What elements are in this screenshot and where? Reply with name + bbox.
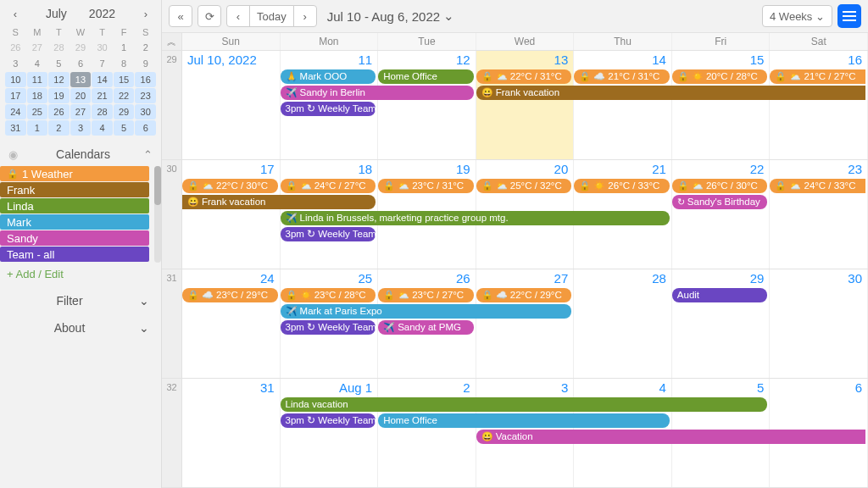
mini-day[interactable]: 28: [48, 40, 70, 55]
calendar-event[interactable]: 😀Frank vacation: [476, 86, 865, 100]
mini-day[interactable]: 30: [92, 40, 113, 55]
mini-day[interactable]: 6: [70, 56, 92, 71]
mini-day[interactable]: 26: [48, 104, 70, 119]
day-number[interactable]: 21: [652, 162, 666, 176]
refresh-button[interactable]: ⟳: [198, 5, 221, 27]
calendar-event[interactable]: 3pm ↻ Weekly Team: [281, 227, 376, 241]
day-number[interactable]: 2: [463, 380, 470, 395]
calendar-event[interactable]: 😀Vacation: [476, 430, 865, 444]
calendar-event[interactable]: Linda vacation: [281, 397, 768, 412]
calendar-event[interactable]: 3pm ↻ Weekly Team: [281, 413, 376, 428]
mini-day[interactable]: 1: [114, 40, 135, 55]
hamburger-menu-button[interactable]: [837, 4, 861, 28]
calendar-item[interactable]: Team - all: [0, 247, 149, 262]
date-range-picker[interactable]: Jul 10 - Aug 6, 2022 ⌄: [322, 8, 454, 24]
mini-day[interactable]: 29: [70, 40, 92, 55]
calendar-event[interactable]: 🔒 ⛅26°C / 30°C: [672, 179, 768, 193]
mini-day[interactable]: 26: [5, 40, 26, 55]
day-number[interactable]: 17: [260, 162, 275, 176]
mini-day[interactable]: 19: [48, 88, 70, 103]
mini-day[interactable]: 5: [48, 56, 70, 71]
mini-day[interactable]: 7: [92, 56, 113, 71]
filter-section[interactable]: Filter ⌄: [0, 286, 161, 313]
visibility-icon[interactable]: ◉: [8, 148, 23, 161]
mini-day[interactable]: 20: [70, 88, 92, 103]
calendar-event[interactable]: 3pm ↻ Weekly Team: [281, 320, 376, 335]
calendar-item[interactable]: Frank: [0, 182, 149, 197]
about-section[interactable]: About ⌄: [0, 313, 161, 340]
mini-day[interactable]: 15: [114, 72, 135, 87]
day-number[interactable]: 12: [456, 53, 470, 67]
day-number[interactable]: 30: [848, 271, 862, 286]
mini-day[interactable]: 25: [27, 104, 48, 119]
mini-day[interactable]: 22: [114, 88, 135, 103]
calendar-event[interactable]: ↻Sandy's Birthday: [672, 195, 768, 209]
collapse-weeks-button[interactable]: ︽: [162, 33, 182, 50]
day-number[interactable]: 11: [358, 53, 372, 67]
mini-day[interactable]: 31: [5, 120, 26, 136]
mini-day[interactable]: 11: [27, 72, 48, 87]
calendar-event[interactable]: 🔒 ⛅23°C / 31°C: [378, 179, 474, 193]
calendar-event[interactable]: ✈️Mark at Paris Expo: [281, 304, 572, 319]
mini-prev-month[interactable]: ‹: [7, 5, 24, 22]
calendar-event[interactable]: 🔒 ☀️26°C / 33°C: [574, 179, 670, 193]
calendar-event[interactable]: 🔒 ☁️23°C / 29°C: [182, 288, 278, 302]
day-number[interactable]: 26: [456, 271, 470, 286]
day-number[interactable]: 18: [358, 162, 372, 176]
day-number[interactable]: 24: [260, 271, 275, 286]
collapse-sidebar-button[interactable]: «: [169, 5, 192, 27]
calendar-event[interactable]: 😀Frank vacation: [182, 195, 376, 209]
mini-day[interactable]: 13: [70, 72, 92, 87]
mini-day[interactable]: 6: [135, 120, 156, 136]
calendar-item[interactable]: Linda: [0, 198, 149, 214]
mini-day[interactable]: 21: [92, 88, 113, 103]
calendar-event[interactable]: 🔒 ☁️22°C / 29°C: [476, 288, 572, 302]
week-number[interactable]: 31: [162, 269, 182, 378]
day-number[interactable]: 25: [358, 271, 372, 286]
mini-day[interactable]: 30: [135, 104, 156, 119]
mini-day[interactable]: 18: [27, 88, 48, 103]
day-number[interactable]: 31: [260, 380, 275, 395]
mini-day[interactable]: 4: [27, 56, 48, 71]
mini-day[interactable]: 29: [114, 104, 135, 119]
calendar-item[interactable]: Mark: [0, 214, 149, 230]
mini-day[interactable]: 3: [70, 120, 92, 136]
mini-day[interactable]: 8: [114, 56, 135, 71]
calendar-event[interactable]: 🔒 ⛅25°C / 32°C: [476, 179, 572, 193]
today-button[interactable]: Today: [249, 5, 294, 27]
mini-day[interactable]: 27: [27, 40, 48, 55]
calendar-event[interactable]: ✈️Linda in Brussels, marketing practice …: [281, 211, 670, 225]
mini-day[interactable]: 27: [70, 104, 92, 119]
calendar-event[interactable]: 🔒 ⛅24°C / 33°C: [770, 179, 865, 193]
day-number[interactable]: 23: [848, 162, 862, 176]
add-edit-calendars[interactable]: + Add / Edit: [0, 263, 161, 286]
mini-day[interactable]: 5: [114, 120, 135, 136]
calendar-item[interactable]: 🔒1 Weather: [0, 166, 149, 181]
prev-period-button[interactable]: ‹: [226, 5, 250, 27]
calendar-event[interactable]: 🔒 ☁️21°C / 31°C: [574, 69, 670, 84]
calendar-event[interactable]: 🙏Mark OOO: [281, 69, 376, 84]
calendar-event[interactable]: Home Office: [378, 413, 670, 428]
mini-month-label[interactable]: July: [46, 7, 67, 20]
day-number[interactable]: Jul 10, 2022: [187, 53, 257, 67]
calendar-event[interactable]: Audit: [672, 288, 768, 302]
view-select[interactable]: 4 Weeks ⌄: [762, 5, 832, 27]
calendar-event[interactable]: 🔒 ⛅22°C / 31°C: [476, 69, 572, 84]
mini-day[interactable]: 4: [92, 120, 113, 136]
chevron-up-icon[interactable]: ⌃: [143, 148, 153, 161]
next-period-button[interactable]: ›: [293, 5, 317, 27]
day-number[interactable]: 27: [554, 271, 569, 286]
day-number[interactable]: 19: [456, 162, 470, 176]
week-number[interactable]: 30: [162, 160, 182, 269]
mini-year-label[interactable]: 2022: [89, 7, 115, 20]
day-number[interactable]: 14: [652, 53, 666, 67]
day-number[interactable]: 16: [848, 53, 862, 67]
calendar-event[interactable]: 🔒 ⛅22°C / 30°C: [182, 179, 278, 193]
mini-day[interactable]: 24: [5, 104, 26, 119]
mini-day[interactable]: 23: [135, 88, 156, 103]
day-number[interactable]: 4: [659, 380, 666, 395]
mini-day[interactable]: 10: [5, 72, 26, 87]
day-number[interactable]: 13: [554, 53, 569, 67]
calendars-section-head[interactable]: ◉ Calendars ⌃: [0, 141, 161, 166]
day-number[interactable]: 28: [652, 271, 666, 286]
